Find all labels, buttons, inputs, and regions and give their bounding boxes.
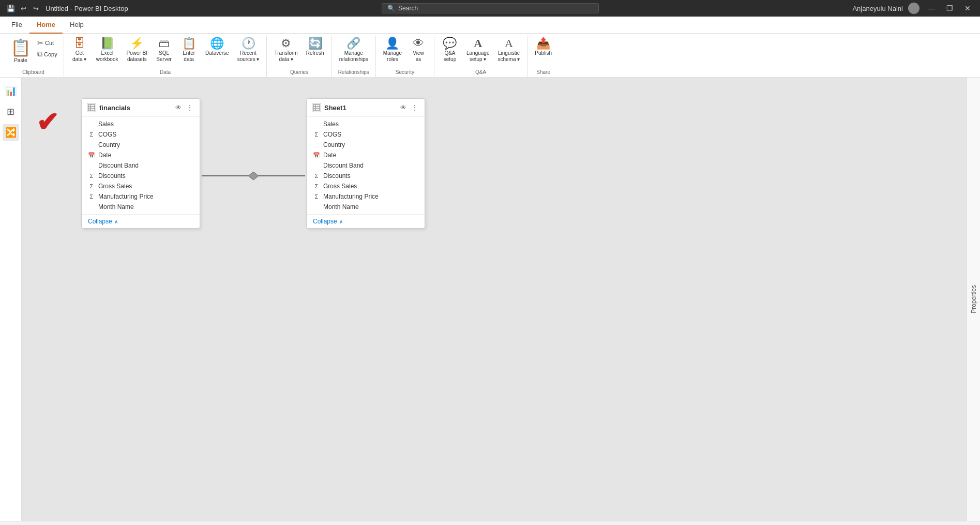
sheet1-date-row[interactable]: 📅 Date [307,150,425,160]
dataverse-icon: 🌐 [210,38,224,49]
security-label: Security [396,69,414,77]
financials-menu-button[interactable]: ⋮ [185,103,194,112]
bottom-bar: ◀ ▶ All tables + [0,521,980,525]
sheet1-header: Sheet1 👁 ⋮ [307,99,425,117]
excel-icon: 📗 [100,38,114,49]
language-label: Languagesetup ▾ [466,50,490,63]
sheet1-discountband-row[interactable]: Discount Band [307,160,425,171]
sales-label: Sales [98,121,114,128]
financials-country-row[interactable]: Country [82,140,200,150]
ribbon-content: 📋 Paste ✂ Cut ⧉ Copy Clipboard [0,34,980,77]
sheet1-menu-button[interactable]: ⋮ [410,103,419,112]
sheet1-discounts-row[interactable]: Σ Discounts [307,171,425,181]
dataverse-label: Dataverse [205,50,229,56]
window-icons: 💾 ↩ ↪ [6,4,40,13]
search-icon: 🔍 [387,5,395,12]
recent-sources-button[interactable]: 🕐 Recentsources ▾ [234,36,263,65]
save-icon[interactable]: 💾 [6,4,16,13]
tab-file[interactable]: File [4,17,29,34]
tab-home[interactable]: Home [29,17,63,34]
financials-grosssales-row[interactable]: Σ Gross Sales [82,181,200,191]
financials-header: financials 👁 ⋮ [82,99,200,117]
powerbi-icon: ⚡ [130,38,144,49]
view-as-button[interactable]: 👁 Viewas [407,36,430,65]
financials-date-row[interactable]: 📅 Date [82,150,200,160]
sheet1-table-icon [312,103,321,112]
copy-label: Copy [44,51,57,57]
excel-workbook-button[interactable]: 📗 Excelworkbook [93,36,122,65]
linguistic-schema-button[interactable]: A Linguisticschema ▾ [494,36,523,65]
recent-icon: 🕐 [242,38,255,49]
get-data-icon: 🗄 [74,38,85,49]
restore-button[interactable]: ❐ [943,4,956,12]
financials-discountband-row[interactable]: Discount Band [82,160,200,171]
financials-name: financials [99,104,171,112]
financials-mfgprice-row[interactable]: Σ Manufacturing Price [82,191,200,202]
paste-button[interactable]: 📋 Paste [7,36,34,69]
sheet1-eye-button[interactable]: 👁 [399,103,408,112]
manage-roles-button[interactable]: 👤 Manageroles [380,36,405,65]
sidebar-report-icon[interactable]: 📊 [3,83,19,99]
copy-button[interactable]: ⧉ Copy [35,49,59,59]
checkmark-overlay: ✔ [36,109,59,136]
close-button[interactable]: ✕ [961,4,974,12]
properties-label[interactable]: Properties [970,285,977,313]
publish-button[interactable]: 📤 Publish [532,36,555,58]
get-data-button[interactable]: 🗄 Getdata ▾ [68,36,91,65]
sql-server-button[interactable]: 🗃 SQLServer [153,36,175,65]
sheet1-name: Sheet1 [324,104,396,112]
sheet1-monthname-row[interactable]: Month Name [307,202,425,212]
data-group-label: Data [160,69,171,77]
language-setup-button[interactable]: A Languagesetup ▾ [463,36,493,65]
financials-collapse[interactable]: Collapse ∧ [88,218,193,225]
financials-monthname-row[interactable]: Month Name [82,202,200,212]
linguistic-label: Linguisticschema ▾ [497,50,520,63]
manage-roles-icon: 👤 [385,38,399,49]
clipboard-group: 📋 Paste ✂ Cut ⧉ Copy Clipboard [3,36,64,77]
queries-group: ⚙ Transformdata ▾ 🔄 Refresh Queries [267,36,331,77]
sheet1-grosssales-row[interactable]: Σ Gross Sales [307,181,425,191]
checkmark-icon: ✔ [36,107,59,137]
financials-sales-row[interactable]: Sales [82,119,200,129]
title-bar: 💾 ↩ ↪ Untitled - Power BI Desktop 🔍 Sear… [0,0,980,17]
tab-help[interactable]: Help [63,17,91,34]
financials-discounts-row[interactable]: Σ Discounts [82,171,200,181]
data-group: 🗄 Getdata ▾ 📗 Excelworkbook ⚡ Power BIda… [64,36,267,77]
discountband-label: Discount Band [98,162,139,169]
country-label: Country [98,141,120,148]
search-bar[interactable]: 🔍 Search [382,3,599,13]
sheet1-country-row[interactable]: Country [307,140,425,150]
s1-sales-icon [313,121,320,128]
qa-setup-button[interactable]: 💬 Q&Asetup [439,36,461,65]
main-canvas[interactable]: ✔ * * financials 👁 ⋮ [22,78,967,521]
share-label: Share [536,69,550,77]
sheet1-sales-row[interactable]: Sales [307,119,425,129]
view-as-icon: 👁 [413,38,424,49]
cut-icon: ✂ [37,39,43,47]
sheet1-cogs-row[interactable]: Σ COGS [307,129,425,140]
cogs-label: COGS [98,131,116,138]
enter-data-button[interactable]: 📋 Enterdata [177,36,200,65]
sidebar-model-icon[interactable]: 🔀 [3,124,19,141]
date-label: Date [98,152,111,159]
redo-icon[interactable]: ↪ [31,4,40,13]
linguistic-icon: A [505,38,513,49]
financials-cogs-row[interactable]: Σ COGS [82,129,200,140]
sheet1-actions: 👁 ⋮ [399,103,419,112]
minimize-button[interactable]: — [925,4,938,12]
financials-eye-button[interactable]: 👁 [174,103,183,112]
get-data-label: Getdata ▾ [72,50,86,63]
undo-icon[interactable]: ↩ [19,4,28,13]
refresh-button[interactable]: 🔄 Refresh [303,36,327,58]
discountband-icon [88,162,95,169]
sidebar-data-icon[interactable]: ⊞ [3,103,19,120]
manage-relationships-button[interactable]: 🔗 Managerelationships [336,36,371,65]
cut-button[interactable]: ✂ Cut [35,38,59,48]
mfgprice-sigma-icon: Σ [88,193,95,200]
sheet1-collapse[interactable]: Collapse ∧ [313,218,418,225]
sheet1-mfgprice-row[interactable]: Σ Manufacturing Price [307,191,425,202]
financials-collapse-label: Collapse [88,218,112,225]
transform-data-button[interactable]: ⚙ Transformdata ▾ [271,36,300,65]
dataverse-button[interactable]: 🌐 Dataverse [202,36,232,58]
powerbi-datasets-button[interactable]: ⚡ Power BIdatasets [124,36,151,65]
